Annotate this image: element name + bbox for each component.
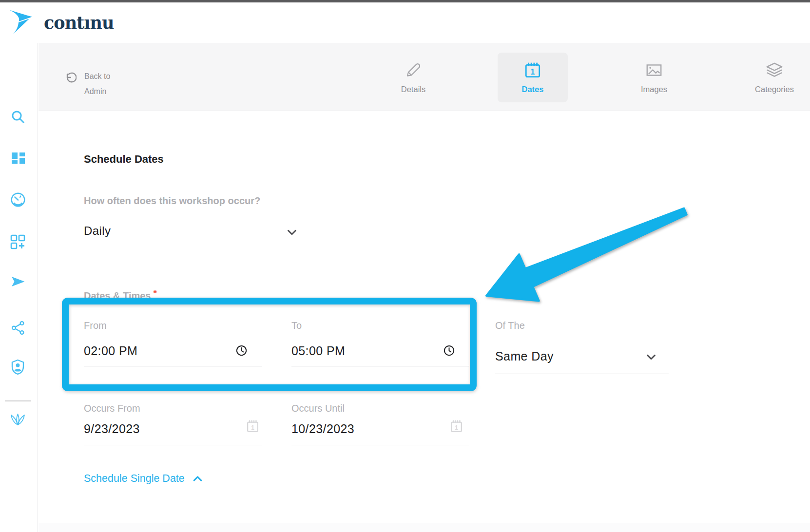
to-underline (291, 366, 469, 366)
footer-strip (39, 523, 810, 532)
calendar-icon: 1 (523, 61, 542, 79)
share-icon[interactable] (11, 321, 25, 335)
svg-text:1: 1 (531, 68, 535, 76)
occurs-from-underline (84, 445, 262, 445)
send-icon[interactable] (11, 274, 25, 289)
frequency-underline (84, 238, 312, 238)
sidebar (0, 43, 38, 532)
occurs-until-underline (291, 445, 469, 445)
brand-logo-text: contınu (44, 12, 114, 31)
frequency-label: How often does this workshop occur? (84, 195, 260, 207)
dates-times-label: Dates & Times* (84, 288, 157, 302)
continu-arrow-icon (8, 7, 33, 36)
of-the-select-value[interactable]: Same Day (495, 349, 554, 363)
back-to-admin-label: Back to Admin (84, 69, 110, 99)
layers-icon (765, 61, 784, 79)
admin-shield-icon[interactable] (9, 359, 26, 376)
calendar-icon[interactable]: 1 (246, 419, 260, 434)
occurs-from-date-input[interactable]: 9/23/2023 (84, 422, 140, 436)
schedule-single-date-link[interactable]: Schedule Single Date (84, 473, 204, 485)
chevron-down-icon[interactable] (644, 350, 658, 364)
tab-dates[interactable]: 1 Dates (498, 53, 568, 102)
pencil-icon (404, 61, 423, 79)
from-underline (84, 366, 262, 366)
browser-chrome-strip (0, 0, 810, 2)
widgets-add-icon[interactable] (10, 234, 26, 250)
brand-logo[interactable]: contınu (8, 7, 114, 36)
dashboard-icon[interactable] (10, 150, 26, 166)
occurs-from-label: Occurs From (84, 403, 140, 414)
footer-divider (44, 523, 810, 523)
image-icon (645, 61, 663, 79)
from-label: From (84, 320, 107, 331)
occurs-until-date-input[interactable]: 10/23/2023 (291, 422, 354, 436)
tab-details[interactable]: Details (378, 53, 448, 102)
gauge-icon[interactable] (10, 191, 26, 208)
of-the-underline (495, 374, 669, 374)
occurs-until-label: Occurs Until (291, 403, 345, 414)
calendar-icon[interactable]: 1 (449, 419, 463, 434)
schedule-single-date-label: Schedule Single Date (84, 473, 185, 485)
svg-text:1: 1 (455, 424, 458, 431)
sidebar-divider (5, 400, 31, 401)
tab-images[interactable]: Images (619, 53, 689, 102)
tab-categories[interactable]: Categories (739, 53, 810, 102)
to-time-input[interactable]: 05:00 PM (291, 344, 345, 358)
search-icon[interactable] (11, 110, 25, 124)
tab-images-label: Images (641, 85, 667, 94)
page-title: Schedule Dates (84, 153, 164, 166)
chevron-down-icon[interactable] (285, 226, 299, 239)
svg-text:1: 1 (251, 424, 254, 431)
undo-arrow-icon (64, 72, 77, 85)
chevron-up-icon (192, 473, 204, 485)
tab-categories-label: Categories (755, 85, 794, 94)
from-time-input[interactable]: 02:00 PM (84, 344, 137, 358)
tab-dates-label: Dates (522, 85, 544, 94)
leaf-icon[interactable] (9, 411, 27, 428)
required-asterisk: * (153, 288, 156, 298)
clock-icon[interactable] (236, 345, 247, 356)
back-to-admin-button[interactable]: Back to Admin (64, 69, 110, 99)
of-the-label: Of The (495, 320, 525, 331)
tab-details-label: Details (401, 85, 425, 94)
frequency-select-value[interactable]: Daily (84, 224, 111, 238)
app-window: contınu (0, 0, 810, 532)
clock-icon[interactable] (444, 345, 455, 356)
to-label: To (291, 320, 302, 331)
